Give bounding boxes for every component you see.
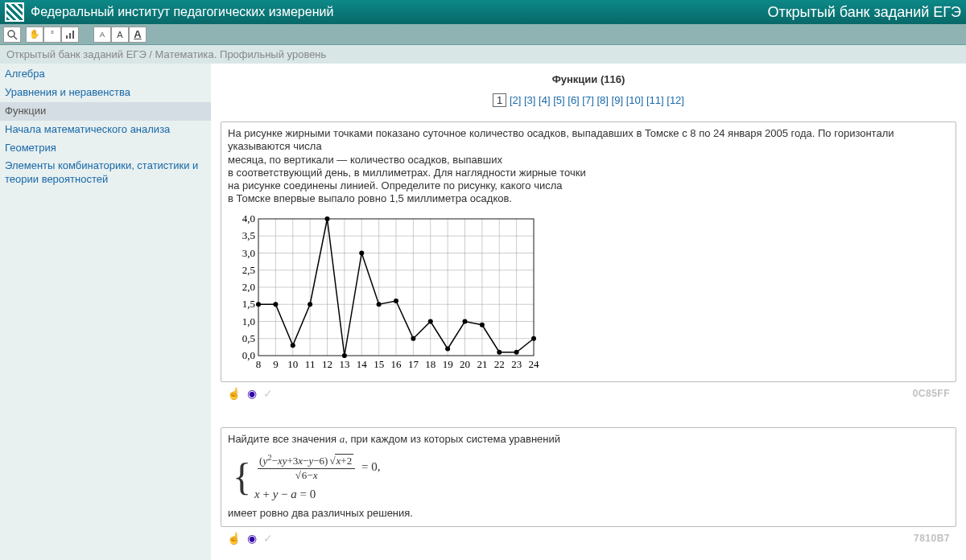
product-title: Открытый банк заданий ЕГЭ	[767, 4, 961, 21]
svg-text:19: 19	[443, 358, 453, 370]
svg-point-59	[273, 302, 278, 307]
institute-title: Федеральный институт педагогических изме…	[31, 5, 767, 19]
svg-text:9: 9	[273, 358, 279, 370]
sidebar-item[interactable]: Начала математического анализа	[0, 121, 211, 139]
svg-text:10: 10	[287, 358, 298, 370]
defer-icon[interactable]: ☝	[227, 532, 241, 545]
task-code: 7810B7	[914, 533, 950, 544]
eye-icon[interactable]: ◉	[247, 387, 257, 400]
pager-link[interactable]: [9]	[612, 94, 623, 106]
svg-text:14: 14	[357, 358, 368, 370]
top-header: Федеральный институт педагогических изме…	[0, 0, 966, 24]
svg-point-72	[497, 349, 502, 354]
svg-text:2,5: 2,5	[242, 263, 255, 275]
svg-text:20: 20	[460, 358, 470, 370]
svg-point-64	[359, 250, 364, 255]
content: Функции (116) 1 [2] [3] [4] [5] [6] [7] …	[211, 64, 966, 560]
check-icon[interactable]: ✓	[263, 532, 273, 545]
svg-text:3,5: 3,5	[242, 229, 255, 241]
degree-icon[interactable]: °	[43, 27, 61, 43]
svg-text:3,0: 3,0	[242, 246, 255, 258]
svg-text:23: 23	[511, 358, 522, 370]
pager-link[interactable]: [6]	[568, 94, 579, 106]
svg-line-1	[14, 36, 17, 39]
pager-link[interactable]: [8]	[597, 94, 608, 106]
task-card: На рисунке жирными точками показано суто…	[221, 121, 956, 382]
eye-icon[interactable]: ◉	[247, 532, 257, 545]
svg-text:4,0: 4,0	[242, 212, 255, 224]
svg-point-63	[342, 353, 347, 358]
svg-text:15: 15	[374, 358, 384, 370]
svg-point-61	[308, 302, 312, 307]
svg-text:16: 16	[391, 358, 402, 370]
font-large-button[interactable]: A	[129, 27, 147, 43]
svg-text:1,0: 1,0	[242, 315, 255, 327]
pager-link[interactable]: [3]	[524, 94, 535, 106]
task-text: Найдите все значения a, при каждом из ко…	[228, 433, 949, 446]
svg-text:2,0: 2,0	[242, 281, 255, 293]
svg-point-65	[377, 302, 382, 307]
logo-icon	[5, 2, 24, 22]
font-small-button[interactable]: A	[93, 27, 111, 43]
svg-point-68	[428, 319, 433, 323]
svg-text:0,5: 0,5	[242, 331, 255, 344]
chart: 0,00,51,01,52,02,53,03,54,08910111213141…	[228, 211, 542, 372]
svg-text:22: 22	[494, 358, 505, 370]
pager-link[interactable]: [10]	[626, 94, 644, 106]
sidebar-item[interactable]: Функции	[0, 102, 211, 121]
breadcrumb: Открытый банк заданий ЕГЭ / Математика. …	[0, 45, 966, 64]
pager-link[interactable]: [2]	[510, 94, 521, 106]
toolbar-group-font: A A A	[93, 27, 147, 43]
svg-point-73	[514, 349, 519, 354]
svg-point-70	[463, 319, 468, 323]
pager-current: 1	[493, 93, 506, 107]
svg-text:13: 13	[339, 358, 349, 370]
svg-rect-3	[69, 33, 71, 39]
task-text: На рисунке жирными точками показано суто…	[228, 127, 949, 206]
svg-point-60	[291, 343, 295, 348]
check-icon[interactable]: ✓	[263, 387, 273, 400]
task-footer: ☝ ◉ ✓ 0C85FF	[221, 385, 956, 403]
search-icon[interactable]	[3, 27, 21, 43]
svg-text:0,0: 0,0	[242, 349, 255, 361]
svg-text:8: 8	[256, 358, 262, 370]
svg-point-62	[325, 216, 330, 221]
svg-rect-2	[66, 35, 68, 39]
sidebar-item[interactable]: Алгебра	[0, 65, 211, 84]
pager-link[interactable]: [11]	[646, 94, 664, 106]
sidebar-item[interactable]: Элементы комбинаторики, статистики и тео…	[0, 157, 211, 189]
svg-text:12: 12	[322, 358, 332, 370]
page-title: Функции (116)	[221, 73, 956, 85]
svg-text:18: 18	[425, 358, 436, 370]
svg-text:11: 11	[305, 358, 316, 370]
pager: 1 [2] [3] [4] [5] [6] [7] [8] [9] [10] […	[221, 93, 956, 107]
svg-point-69	[445, 346, 450, 351]
svg-point-67	[411, 336, 415, 340]
task-code: 0C85FF	[913, 388, 950, 399]
font-medium-button[interactable]: A	[111, 27, 129, 43]
toolbar-group-view: ✋ °	[26, 27, 79, 43]
sidebar-item[interactable]: Уравнения и неравенства	[0, 84, 211, 102]
svg-point-66	[394, 299, 398, 303]
svg-point-58	[256, 302, 261, 307]
svg-point-71	[480, 322, 485, 327]
task-card: Найдите все значения a, при каждом из ко…	[221, 427, 956, 527]
defer-icon[interactable]: ☝	[227, 387, 241, 400]
equation-system: { (y2−xy+3x−y−6)x+2 6−x = 0, x + y − a =…	[233, 452, 949, 502]
pager-link[interactable]: [4]	[539, 94, 550, 106]
svg-text:1,5: 1,5	[242, 298, 255, 310]
svg-point-0	[8, 31, 14, 37]
sidebar: АлгебраУравнения и неравенстваФункцииНач…	[0, 64, 211, 560]
stats-icon[interactable]	[61, 27, 79, 43]
pager-link[interactable]: [5]	[553, 94, 564, 106]
task-text-outro: имеет ровно два различных решения.	[228, 507, 949, 520]
pager-link[interactable]: [7]	[582, 94, 593, 106]
toolbar: ✋ ° A A A	[0, 24, 966, 45]
pager-link[interactable]: [12]	[667, 94, 684, 106]
svg-text:21: 21	[477, 358, 487, 370]
svg-text:24: 24	[529, 358, 540, 370]
hand-icon[interactable]: ✋	[26, 27, 43, 43]
svg-rect-4	[72, 31, 74, 39]
sidebar-item[interactable]: Геометрия	[0, 139, 211, 158]
task-footer: ☝ ◉ ✓ 7810B7	[221, 530, 956, 548]
